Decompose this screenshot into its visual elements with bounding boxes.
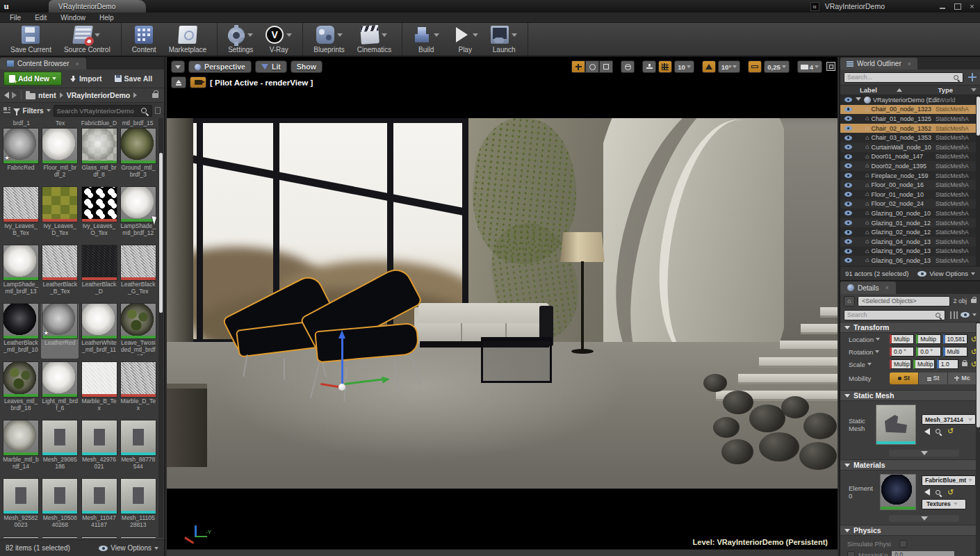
asset-LampShade_mtl_brdf_13[interactable]: LampShade_mtl_brdf_13: [2, 245, 40, 300]
selected-objects-dropdown[interactable]: <Selected Objects>: [858, 296, 950, 306]
gizmo-y-arrowhead[interactable]: [382, 375, 390, 383]
cinematics-button[interactable]: Cinematics: [351, 23, 398, 56]
asset-Mesh_1050840268[interactable]: Mesh_1050840268: [41, 478, 79, 534]
outliner-row-Floor_02_node_24[interactable]: ⌂Floor_02_node_24StaticMeshA: [840, 199, 980, 209]
home-button[interactable]: ⌂: [844, 296, 855, 306]
source-control-button[interactable]: Source Control: [58, 23, 117, 56]
outliner-row-Fireplace_node_159[interactable]: ⌂Fireplace_node_159StaticMeshA: [840, 171, 980, 181]
add-new-button[interactable]: Add New: [3, 72, 62, 85]
outliner-row-Glazing_02_node_12[interactable]: ⌂Glazing_02_node_12StaticMeshA: [840, 227, 980, 237]
type-column-header[interactable]: Type: [938, 86, 953, 94]
material-thumbnail[interactable]: [880, 474, 916, 510]
location-z-field[interactable]: 10,581: [943, 334, 967, 344]
rotation-snap-toggle[interactable]: [702, 60, 716, 73]
transform-section-header[interactable]: Transform: [840, 322, 980, 333]
asset-Mesh_925820023[interactable]: Mesh_925820023: [2, 478, 40, 534]
visibility-eye-icon[interactable]: [844, 126, 852, 131]
location-label[interactable]: Location: [843, 336, 888, 343]
asset-clipped[interactable]: [120, 537, 157, 538]
asset-LeatherWhite_mtl_brdf_11[interactable]: LeatherWhite_mtl_brdf_11: [81, 303, 118, 359]
marketplace-button[interactable]: Marketplace: [163, 23, 213, 56]
asset-LeatherBlack_mtl_brdf_10[interactable]: LeatherBlack_mtl_brdf_10: [2, 303, 40, 359]
asset-LeatherRed[interactable]: ★LeatherRed: [41, 303, 79, 359]
visibility-eye-icon[interactable]: [844, 163, 852, 168]
rotation-label[interactable]: Rotation: [843, 348, 888, 356]
use-selected-icon[interactable]: [924, 489, 930, 496]
property-matrix-icon[interactable]: [950, 311, 958, 319]
mobility-stationary-button[interactable]: St: [919, 373, 948, 384]
floor-lamp-shade[interactable]: [560, 232, 605, 262]
simulate-physics-checkbox[interactable]: [899, 540, 907, 548]
scrollbar-thumb[interactable]: [977, 97, 980, 136]
create-actor-icon[interactable]: [968, 73, 977, 81]
menu-help[interactable]: Help: [92, 14, 121, 22]
scale-z-field[interactable]: 1.0: [937, 359, 958, 369]
visibility-eye-icon[interactable]: [844, 173, 852, 178]
save-search-icon[interactable]: [155, 107, 161, 114]
show-button[interactable]: Show: [291, 60, 322, 73]
materials-section-header[interactable]: Materials: [840, 459, 980, 471]
asset-Leave_Twosided_mtl_brdf_17[interactable]: Leave_Twosided_mtl_brdf_17: [120, 303, 157, 359]
dropdown-caret-icon[interactable]: [337, 33, 343, 37]
mobility-movable-button[interactable]: Mc: [948, 373, 977, 384]
asset-clipped[interactable]: [2, 537, 40, 538]
3d-scene[interactable]: [167, 118, 838, 489]
outliner-row-Chair_03_node_1353[interactable]: ⌂Chair_03_node_1353StaticMeshA: [840, 133, 980, 142]
visibility-eye-icon[interactable]: [844, 249, 852, 254]
pilot-camera-button[interactable]: [190, 76, 206, 88]
content-button[interactable]: Content: [126, 23, 163, 56]
asset-LeatherBlack_G_Tex[interactable]: LeatherBlack_G_Tex: [120, 245, 157, 300]
dropdown-caret-icon[interactable]: [95, 33, 100, 37]
tab-content-browser[interactable]: Content Browser ×: [0, 58, 86, 70]
outliner-row-Chair_00_node_1323[interactable]: ⌂Chair_00_node_1323StaticMeshA: [840, 105, 980, 115]
visibility-eye-icon[interactable]: [844, 183, 852, 188]
static-mesh-section-header[interactable]: Static Mesh: [840, 390, 980, 401]
outliner-scrollbar[interactable]: [976, 95, 980, 266]
visibility-eye-icon[interactable]: [844, 211, 852, 215]
forward-icon[interactable]: [12, 92, 17, 99]
camera-speed-button[interactable]: 4: [797, 60, 822, 73]
settings-button[interactable]: Settings: [222, 23, 259, 56]
expand-icon[interactable]: [856, 97, 861, 104]
dropdown-caret-icon[interactable]: [247, 33, 253, 37]
eject-pilot-button[interactable]: [171, 76, 186, 88]
expand-section-button[interactable]: [889, 450, 959, 457]
save-all-button[interactable]: Save All: [111, 72, 156, 85]
browse-to-asset-icon[interactable]: [936, 429, 940, 434]
scrollbar-thumb[interactable]: [977, 323, 980, 427]
breadcrumb-root[interactable]: ntent: [38, 91, 56, 99]
visibility-eye-icon[interactable]: [844, 220, 852, 225]
visibility-eye-icon[interactable]: [844, 116, 852, 121]
filters-button[interactable]: Filters: [23, 107, 44, 115]
asset-Mesh_42976021[interactable]: Mesh_42976021: [81, 420, 118, 475]
asset-Light_mtl_brdf_6[interactable]: Light_mtl_brdf_6: [41, 361, 79, 417]
visibility-eye-icon[interactable]: [844, 202, 852, 206]
dropdown-caret-icon[interactable]: [473, 33, 478, 37]
menu-window[interactable]: Window: [54, 14, 92, 22]
viewport-options-button[interactable]: [171, 60, 185, 73]
asset-Ivy_Leaves_D_Tex[interactable]: Ivy_Leaves_D_Tex: [41, 186, 79, 242]
outliner-row-Door02_node_1395[interactable]: ⌂Door02_node_1395StaticMeshA: [840, 161, 980, 171]
use-selected-icon[interactable]: [924, 428, 930, 435]
floppy-button[interactable]: Save Current: [4, 23, 58, 56]
breadcrumb-current[interactable]: VRayInteriorDemo: [67, 91, 131, 99]
asset-Mesh_1110528813[interactable]: Mesh_1110528813: [120, 478, 157, 534]
asset-Marble_D_Tex[interactable]: Marble_D_Tex: [120, 361, 157, 417]
browse-to-asset-icon[interactable]: [936, 490, 940, 495]
lock-icon[interactable]: [152, 93, 158, 98]
content-browser-scrollbar[interactable]: [158, 118, 163, 538]
location-y-field[interactable]: Multip: [916, 334, 940, 344]
scale-snap-toggle[interactable]: [748, 60, 762, 73]
tab-world-outliner[interactable]: World Outliner ×: [840, 58, 917, 70]
rotation-x-field[interactable]: 0.0 °: [890, 347, 914, 357]
asset-LampShade_mtl_brdf_12[interactable]: LampShade_mtl_brdf_12: [120, 186, 157, 242]
gizmo-origin[interactable]: [338, 384, 345, 391]
menu-edit[interactable]: Edit: [28, 14, 54, 22]
physics-section-header[interactable]: Physics: [840, 525, 980, 536]
gizmo-z-axis[interactable]: [341, 338, 343, 386]
scale-tool-button[interactable]: [599, 60, 613, 73]
dropdown-caret-icon[interactable]: [286, 33, 292, 37]
details-search-input[interactable]: [844, 310, 945, 320]
outliner-row-Chair_01_node_1325[interactable]: ⌂Chair_01_node_1325StaticMeshA: [840, 114, 980, 124]
coffee-table[interactable]: [481, 337, 552, 383]
